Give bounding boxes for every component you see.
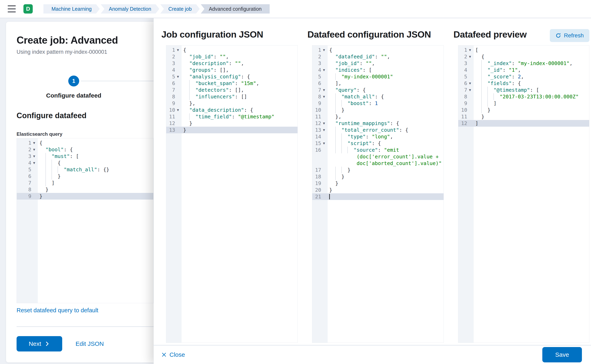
code-line: 5▾"analysis_config": { <box>166 73 298 80</box>
page-title: Create job: Advanced <box>17 34 118 46</box>
line-number: 6 <box>28 173 31 180</box>
line-number: 5 <box>464 73 467 80</box>
code-line: 8"2017-03-23T13:00:00.000Z" <box>458 93 589 100</box>
code-line: 19} <box>312 180 444 187</box>
next-button[interactable]: Next <box>17 336 62 351</box>
code-line: 1▾{ <box>17 140 153 146</box>
elasticsearch-query-editor[interactable]: 1▾{2▾"bool": {3▾"must": [4▾{5"match_all"… <box>17 138 154 303</box>
line-number: 4 <box>464 67 467 73</box>
global-header: D Machine Learning Anomaly Detection Cre… <box>0 0 591 18</box>
space-avatar[interactable]: D <box>23 4 33 13</box>
fold-arrow-icon[interactable]: ▾ <box>467 47 473 53</box>
line-number: 2 <box>28 146 31 153</box>
fold-arrow-icon[interactable]: ▾ <box>467 53 473 60</box>
fold-arrow-icon[interactable]: ▾ <box>321 67 327 73</box>
fold-arrow-icon[interactable]: ▾ <box>321 93 327 100</box>
code-line: 1▾[ <box>458 47 589 53</box>
fold-arrow-icon[interactable]: ▾ <box>321 87 327 93</box>
fold-arrow-icon[interactable]: ▾ <box>467 80 473 87</box>
code-line: 4▾{ <box>17 160 153 166</box>
section-title: Configure datafeed <box>17 111 86 120</box>
code-line: 6▾"fields": { <box>458 80 589 87</box>
fold-arrow-icon[interactable]: ▾ <box>175 107 181 113</box>
fold-arrow-icon[interactable]: ▾ <box>321 140 327 147</box>
step-1-indicator[interactable]: 1 <box>68 76 79 86</box>
code-line: 3"description": "", <box>166 60 298 67</box>
breadcrumb-anomaly-detection[interactable]: Anomaly Detection <box>101 4 159 13</box>
step-1-label: Configure datafeed <box>33 92 114 99</box>
refresh-icon <box>555 33 561 38</box>
code-line: 2"datafeed_id": "", <box>312 53 444 60</box>
line-number: 4 <box>28 160 31 166</box>
close-button[interactable]: Close <box>161 351 185 358</box>
code-line: (doc['error_count'].value + <box>312 153 444 160</box>
next-button-label: Next <box>29 340 41 347</box>
code-line: 13▾"total_error_count": { <box>312 127 444 133</box>
fold-arrow-icon[interactable]: ▾ <box>321 47 327 53</box>
line-number: 21 <box>315 193 321 200</box>
code-line: 16"source": "emit <box>312 147 444 153</box>
line-number: 13 <box>315 127 321 133</box>
breadcrumb-machine-learning[interactable]: Machine Learning <box>43 4 100 13</box>
datafeed-preview-editor[interactable]: 1▾[2▾{3"_index": "my-index-000001",4"_id… <box>458 45 589 343</box>
edit-json-flyout: Job configuration JSON 1▾{2"job_id": "",… <box>154 18 591 364</box>
code-line: 9] <box>458 100 589 107</box>
fold-arrow-icon[interactable]: ▾ <box>321 120 327 127</box>
close-button-label: Close <box>169 351 185 358</box>
line-number: 11 <box>315 113 321 120</box>
edit-json-link[interactable]: Edit JSON <box>76 340 104 347</box>
divider <box>17 326 154 327</box>
line-number: 3 <box>172 60 175 67</box>
code-line: 9"boost": 1 <box>312 100 444 107</box>
fold-arrow-icon[interactable]: ▾ <box>175 73 181 80</box>
code-line: 4▾"indices": [ <box>312 67 444 73</box>
reset-datafeed-query-link[interactable]: Reset datafeed query to default <box>17 307 98 314</box>
code-line: 11}, <box>312 113 444 120</box>
code-line: 2"job_id": "", <box>166 53 298 60</box>
code-line: 15▾"script": { <box>312 140 444 147</box>
job-configuration-editor[interactable]: 1▾{2"job_id": "",3"description": "",4"gr… <box>166 45 298 343</box>
datafeed-configuration-editor[interactable]: 1▾{2"datafeed_id": "",3"job_id": "",4▾"i… <box>312 45 444 343</box>
code-line: 1▾{ <box>312 47 444 53</box>
code-line: 17} <box>312 167 444 173</box>
fold-arrow-icon[interactable]: ▾ <box>467 87 473 93</box>
step-connector <box>81 81 154 81</box>
job-configuration-title: Job configuration JSON <box>161 29 298 40</box>
code-line: doc['aborted_count'].value)" <box>312 160 444 167</box>
code-line: 7▾"@timestamp": [ <box>458 87 589 93</box>
code-line: 10} <box>458 107 589 113</box>
line-number: 14 <box>315 133 321 140</box>
code-line: 6} <box>17 173 153 180</box>
line-number: 10 <box>461 107 467 113</box>
line-number: 11 <box>461 113 467 120</box>
code-line: 11} <box>458 113 589 120</box>
fold-arrow-icon[interactable]: ▾ <box>175 47 181 53</box>
fold-arrow-icon[interactable]: ▾ <box>31 140 37 146</box>
save-button[interactable]: Save <box>542 347 582 362</box>
line-number: 8 <box>464 93 467 100</box>
fold-arrow-icon[interactable]: ▾ <box>31 153 37 160</box>
code-line: 4"groups": [], <box>166 67 298 73</box>
code-line: 7"detectors": [], <box>166 87 298 93</box>
line-number: 1 <box>28 140 31 146</box>
datafeed-preview-column: Datafeed preview Refresh 1▾[2▾{3"_index"… <box>454 29 589 345</box>
code-line: 2▾"bool": { <box>17 146 153 153</box>
line-number: 12 <box>461 120 467 127</box>
datafeed-preview-title: Datafeed preview <box>454 29 526 40</box>
code-line: 7] <box>17 180 153 186</box>
breadcrumb-create-job[interactable]: Create job <box>160 4 200 13</box>
fold-arrow-icon[interactable]: ▾ <box>321 127 327 133</box>
code-line: 20} <box>312 187 444 193</box>
refresh-button[interactable]: Refresh <box>550 29 589 42</box>
menu-icon[interactable] <box>8 6 16 12</box>
job-configuration-column: Job configuration JSON 1▾{2"job_id": "",… <box>161 29 298 345</box>
code-line: 11"time_field": "@timestamp" <box>166 113 298 120</box>
code-line: 5"_score": 2, <box>458 73 589 80</box>
line-number: 2 <box>172 53 175 60</box>
fold-arrow-icon[interactable]: ▾ <box>31 146 37 153</box>
line-number: 3 <box>464 60 467 67</box>
wizard-footer: Next Edit JSON <box>17 336 104 351</box>
fold-arrow-icon[interactable]: ▾ <box>31 160 37 166</box>
line-number: 9 <box>172 100 175 107</box>
line-number: 3 <box>28 153 31 160</box>
